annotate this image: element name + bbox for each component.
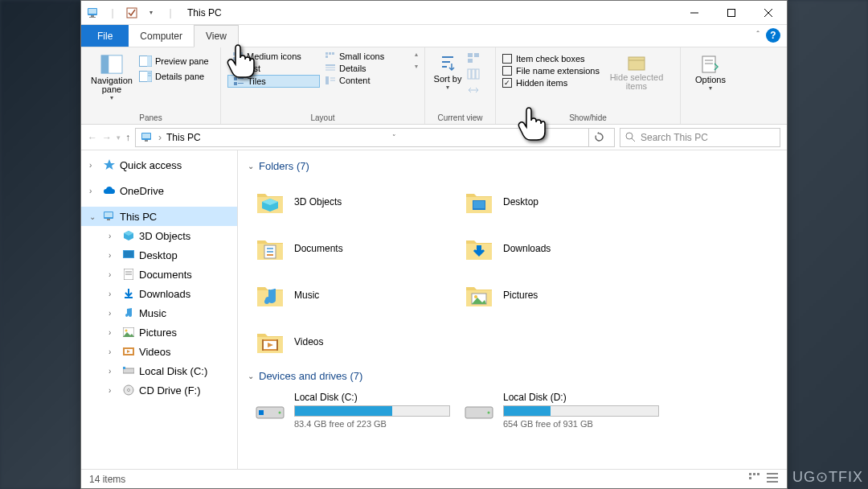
file-explorer-window: | ▾ | This PC File Computer View ˆ ? [80, 0, 788, 489]
pictures-icon [121, 325, 136, 339]
monitor-icon [102, 209, 117, 224]
scroll-down-icon[interactable]: ▾ [415, 63, 418, 70]
layout-small-icons[interactable]: Small icons [320, 51, 412, 62]
navigation-tree: › Quick access › OneDrive ⌄ This PC ›3D … [81, 150, 238, 469]
scroll-up-icon[interactable]: ▴ [415, 51, 418, 58]
svg-rect-3 [89, 17, 96, 18]
properties-icon[interactable] [123, 4, 141, 22]
current-view-group-label: Current view [432, 112, 489, 122]
address-text: This PC [166, 132, 201, 143]
svg-rect-41 [468, 53, 473, 57]
hidden-items-checkbox[interactable]: ✓ Hidden items [502, 78, 600, 88]
svg-rect-26 [234, 82, 237, 85]
menu-computer[interactable]: Computer [129, 25, 194, 47]
sidebar-item-this-pc[interactable]: ⌄ This PC [81, 207, 237, 226]
content-pane: ⌄ Folders (7) 3D Objects Desktop Documen… [238, 150, 787, 469]
folder-music[interactable]: Music [248, 272, 457, 318]
item-check-boxes-checkbox[interactable]: Item check boxes [502, 54, 600, 64]
sidebar-item-videos[interactable]: ›Videos [81, 342, 237, 361]
ribbon: Navigation pane ▾ Preview pane Details p… [81, 47, 787, 125]
ribbon-collapse-icon[interactable]: ˆ [756, 30, 760, 39]
folders-section-header[interactable]: ⌄ Folders (7) [248, 160, 777, 172]
address-dropdown-icon[interactable]: ˅ [384, 129, 405, 146]
add-columns-icon[interactable] [467, 68, 480, 81]
svg-point-66 [125, 330, 128, 332]
details-pane-label: Details pane [155, 72, 204, 81]
navigation-pane-button[interactable]: Navigation pane ▾ [88, 51, 136, 105]
folder-pictures[interactable]: Pictures [457, 272, 665, 318]
folder-videos[interactable]: Videos [248, 318, 457, 365]
folder-3d-objects[interactable]: 3D Objects [248, 179, 457, 225]
help-icon[interactable]: ? [766, 28, 780, 43]
sidebar-item-documents[interactable]: ›Documents [81, 265, 237, 284]
folder-downloads[interactable]: Downloads [457, 225, 665, 272]
drive-c-icon [254, 394, 286, 426]
group-by-icon[interactable] [467, 52, 480, 65]
sidebar-item-music[interactable]: ›Music [81, 303, 237, 323]
size-columns-icon[interactable] [467, 84, 480, 97]
nav-forward-icon[interactable]: → [102, 132, 112, 143]
menu-file[interactable]: File [81, 25, 129, 47]
svg-rect-44 [468, 69, 471, 79]
menu-view[interactable]: View [194, 25, 239, 47]
sidebar-item-downloads[interactable]: ›Downloads [81, 284, 237, 303]
sidebar-item-quick-access[interactable]: › Quick access [81, 155, 237, 175]
svg-rect-4 [127, 8, 137, 18]
music-icon [121, 306, 136, 320]
nav-up-icon[interactable]: ↑ [125, 132, 130, 143]
svg-rect-20 [239, 57, 243, 60]
sort-by-button[interactable]: Sort by ▾ [432, 51, 464, 94]
search-placeholder: Search This PC [641, 132, 708, 143]
star-icon [102, 158, 117, 172]
view-details-icon[interactable] [748, 472, 761, 486]
view-large-icon[interactable] [766, 472, 779, 486]
file-name-extensions-checkbox[interactable]: File name extensions [502, 66, 600, 76]
folder-desktop[interactable]: Desktop [457, 179, 665, 225]
drive-c[interactable]: Local Disk (C:) 83.4 GB free of 223 GB [248, 388, 457, 432]
minimize-button[interactable] [676, 1, 713, 25]
svg-line-55 [632, 138, 635, 142]
sidebar-item-3d-objects[interactable]: ›3D Objects [81, 226, 237, 245]
drives-section-header[interactable]: ⌄ Devices and drives (7) [248, 370, 777, 382]
svg-rect-18 [239, 52, 243, 55]
svg-rect-42 [474, 53, 479, 57]
details-pane-button[interactable]: Details pane [136, 69, 212, 84]
documents-folder-icon [254, 232, 286, 265]
svg-rect-17 [233, 52, 237, 55]
sidebar-item-onedrive[interactable]: › OneDrive [81, 181, 237, 200]
maximize-button[interactable] [713, 1, 750, 25]
layout-content[interactable]: Content [320, 75, 412, 86]
search-box[interactable]: Search This PC [620, 128, 780, 147]
titlebar: | ▾ | This PC [81, 1, 787, 25]
status-item-count: 14 items [89, 474, 125, 485]
music-folder-icon [254, 279, 286, 311]
svg-rect-60 [124, 251, 133, 257]
layout-medium-icons[interactable]: Medium icons [227, 51, 320, 62]
sidebar-item-desktop[interactable]: ›Desktop [81, 245, 237, 265]
nav-back-icon[interactable]: ← [88, 132, 97, 143]
sidebar-item-cd-drive[interactable]: ›CD Drive (F:) [81, 380, 237, 400]
nav-history-icon[interactable]: ▾ [117, 134, 121, 142]
address-box[interactable]: › This PC ˅ [135, 128, 615, 147]
svg-rect-52 [142, 134, 150, 138]
layout-list[interactable]: List [227, 63, 320, 74]
drive-d-icon [463, 394, 495, 426]
close-button[interactable] [750, 1, 787, 25]
svg-rect-46 [476, 69, 479, 79]
drive-d[interactable]: Local Disk (D:) 654 GB free of 931 GB [457, 388, 665, 432]
layout-details[interactable]: Details [320, 63, 412, 74]
preview-pane-button[interactable]: Preview pane [136, 54, 212, 68]
statusbar: 14 items [81, 469, 787, 488]
refresh-icon[interactable] [588, 129, 609, 146]
layout-tiles[interactable]: Tiles [227, 75, 320, 88]
videos-icon [121, 344, 136, 359]
folder-documents[interactable]: Documents [248, 225, 457, 272]
options-button[interactable]: Options ▾ [687, 51, 734, 95]
sidebar-item-pictures[interactable]: ›Pictures [81, 323, 237, 342]
svg-rect-58 [107, 219, 110, 220]
qat-dropdown-icon[interactable]: ▾ [142, 4, 160, 22]
cube-icon [121, 228, 136, 243]
hide-selected-button[interactable]: Hide selected items [608, 51, 665, 94]
sidebar-item-local-disk-c[interactable]: ›Local Disk (C:) [81, 361, 237, 380]
layout-group-label: Layout [227, 112, 418, 122]
